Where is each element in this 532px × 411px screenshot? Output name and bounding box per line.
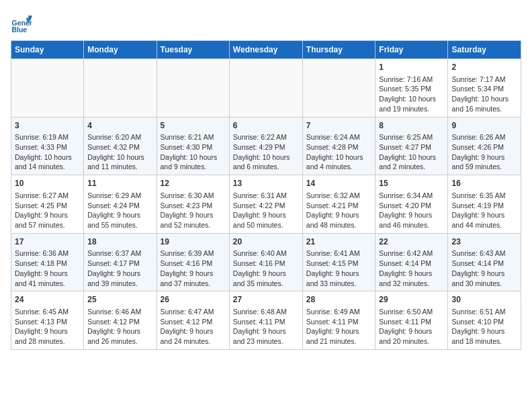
day-number: 22 [379,236,444,248]
day-number: 5 [161,120,226,132]
calendar-cell: 3Sunrise: 6:19 AMSunset: 4:33 PMDaylight… [11,117,84,175]
day-info: Daylight: 9 hours and 32 minutes. [379,269,444,288]
day-info: Sunset: 4:24 PM [87,201,152,211]
day-info: Sunset: 4:16 PM [233,259,299,269]
day-info: Sunset: 4:30 PM [161,142,226,152]
day-info: Daylight: 9 hours and 39 minutes. [87,269,152,288]
day-number: 10 [15,178,80,189]
day-number: 30 [451,294,517,306]
day-number: 14 [306,178,372,189]
calendar-cell: 4Sunrise: 6:20 AMSunset: 4:32 PMDaylight… [84,117,157,175]
calendar-cell: 23Sunrise: 6:43 AMSunset: 4:14 PMDayligh… [448,233,521,291]
day-info: Daylight: 9 hours and 21 minutes. [306,326,372,346]
col-header-monday: Monday [84,41,157,59]
calendar-cell: 11Sunrise: 6:29 AMSunset: 4:24 PMDayligh… [84,175,157,234]
day-info: Sunset: 4:29 PM [233,142,299,152]
day-info: Sunrise: 6:40 AM [233,248,299,259]
calendar-cell: 28Sunrise: 6:49 AMSunset: 4:11 PMDayligh… [302,291,375,350]
day-number: 7 [306,120,372,132]
day-info: Sunrise: 6:36 AM [15,248,80,259]
calendar-cell: 19Sunrise: 6:39 AMSunset: 4:16 PMDayligh… [157,233,229,291]
calendar-cell: 20Sunrise: 6:40 AMSunset: 4:16 PMDayligh… [229,233,302,291]
day-number: 27 [233,294,299,306]
week-row-2: 3Sunrise: 6:19 AMSunset: 4:33 PMDaylight… [11,117,521,175]
day-info: Sunrise: 7:16 AM [379,75,444,85]
day-info: Sunset: 4:14 PM [451,259,517,269]
calendar-cell [84,59,157,118]
day-info: Daylight: 9 hours and 30 minutes. [451,269,517,288]
day-number: 15 [379,178,444,189]
day-number: 6 [233,120,299,132]
day-number: 13 [233,178,299,189]
calendar-cell: 1Sunrise: 7:16 AMSunset: 5:35 PMDaylight… [375,59,448,118]
calendar-body: 1Sunrise: 7:16 AMSunset: 5:35 PMDaylight… [11,59,521,350]
day-info: Sunset: 4:26 PM [451,142,517,152]
day-info: Sunset: 4:11 PM [379,317,444,327]
day-info: Sunrise: 6:26 AM [451,132,517,142]
day-info: Daylight: 9 hours and 46 minutes. [379,210,444,230]
day-info: Sunset: 4:27 PM [379,142,444,152]
day-info: Sunrise: 6:29 AM [87,191,152,201]
calendar-cell [302,59,375,118]
day-number: 2 [451,62,517,73]
day-number: 24 [15,294,80,306]
day-info: Sunset: 4:18 PM [15,259,80,269]
day-info: Sunrise: 6:32 AM [306,191,372,201]
calendar-cell: 21Sunrise: 6:41 AMSunset: 4:15 PMDayligh… [302,233,375,291]
day-number: 28 [306,294,372,306]
day-info: Daylight: 9 hours and 20 minutes. [379,326,444,346]
day-info: Sunset: 4:20 PM [379,201,444,211]
calendar-cell: 6Sunrise: 6:22 AMSunset: 4:29 PMDaylight… [229,117,302,175]
calendar-cell: 26Sunrise: 6:47 AMSunset: 4:12 PMDayligh… [157,291,229,350]
calendar-cell: 17Sunrise: 6:36 AMSunset: 4:18 PMDayligh… [11,233,84,291]
calendar-cell [157,59,229,118]
day-info: Daylight: 10 hours and 11 minutes. [87,152,152,172]
day-info: Sunrise: 6:51 AM [451,307,517,317]
day-info: Daylight: 10 hours and 6 minutes. [233,152,299,172]
day-number: 23 [451,236,517,248]
day-info: Daylight: 9 hours and 35 minutes. [233,269,299,288]
week-row-1: 1Sunrise: 7:16 AMSunset: 5:35 PMDaylight… [11,59,521,118]
week-row-5: 24Sunrise: 6:45 AMSunset: 4:13 PMDayligh… [11,291,521,350]
calendar-cell: 25Sunrise: 6:46 AMSunset: 4:12 PMDayligh… [84,291,157,350]
day-info: Sunset: 4:33 PM [15,142,80,152]
day-number: 11 [87,178,152,189]
col-header-friday: Friday [375,41,448,59]
day-info: Sunset: 4:28 PM [306,142,372,152]
day-info: Daylight: 9 hours and 37 minutes. [161,269,226,288]
day-info: Sunrise: 6:48 AM [233,307,299,317]
day-number: 21 [306,236,372,248]
calendar-cell: 2Sunrise: 7:17 AMSunset: 5:34 PMDaylight… [448,59,521,118]
day-info: Sunrise: 6:41 AM [306,248,372,259]
day-info: Daylight: 9 hours and 59 minutes. [451,152,517,172]
day-info: Sunrise: 6:45 AM [15,307,80,317]
calendar-cell: 16Sunrise: 6:35 AMSunset: 4:19 PMDayligh… [448,175,521,234]
day-number: 20 [233,236,299,248]
day-info: Sunrise: 6:34 AM [379,191,444,201]
day-info: Sunset: 4:25 PM [15,201,80,211]
calendar-cell: 18Sunrise: 6:37 AMSunset: 4:17 PMDayligh… [84,233,157,291]
col-header-saturday: Saturday [448,41,521,59]
day-info: Daylight: 10 hours and 19 minutes. [379,94,444,113]
calendar-cell: 12Sunrise: 6:30 AMSunset: 4:23 PMDayligh… [157,175,229,234]
day-number: 12 [161,178,226,189]
day-info: Daylight: 10 hours and 14 minutes. [15,152,80,172]
day-info: Sunset: 4:22 PM [233,201,299,211]
day-info: Sunset: 4:13 PM [15,317,80,327]
day-info: Daylight: 9 hours and 50 minutes. [233,210,299,230]
day-info: Daylight: 9 hours and 57 minutes. [15,210,80,230]
day-number: 8 [379,120,444,132]
day-info: Daylight: 9 hours and 23 minutes. [233,326,299,346]
day-info: Daylight: 9 hours and 48 minutes. [306,210,372,230]
day-number: 1 [379,62,444,73]
col-header-tuesday: Tuesday [157,41,229,59]
day-info: Daylight: 9 hours and 18 minutes. [451,326,517,346]
calendar-cell [229,59,302,118]
day-info: Sunrise: 6:25 AM [379,132,444,142]
calendar-cell: 7Sunrise: 6:24 AMSunset: 4:28 PMDaylight… [302,117,375,175]
calendar-cell: 10Sunrise: 6:27 AMSunset: 4:25 PMDayligh… [11,175,84,234]
day-info: Sunrise: 6:47 AM [161,307,226,317]
day-info: Sunset: 4:17 PM [87,259,152,269]
day-info: Daylight: 9 hours and 44 minutes. [451,210,517,230]
day-info: Sunset: 4:11 PM [306,317,372,327]
